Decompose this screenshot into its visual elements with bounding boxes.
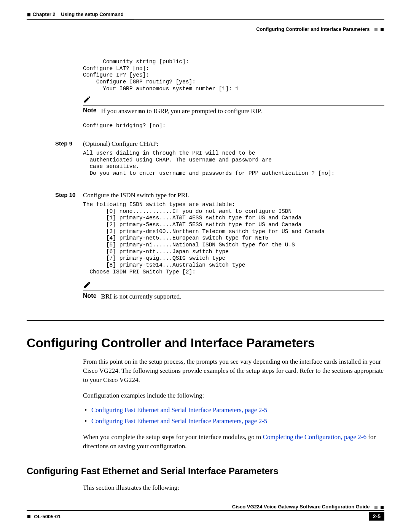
paragraph: From this point on in the setup process,… (83, 357, 384, 384)
header-sub-rule (134, 20, 384, 20)
content-body: Community string [public]: Configure LAT… (27, 59, 384, 492)
heading-2: Configuring Fast Ethernet and Serial Int… (27, 466, 384, 476)
square-marker-icon (27, 13, 30, 16)
page-number: 2-5 (369, 512, 384, 521)
step-text: Configure the ISDN switch type for PRI. (83, 192, 189, 199)
heading-1: Configuring Controller and Interface Par… (27, 336, 384, 350)
page-footer: Cisco VG224 Voice Gateway Software Confi… (27, 504, 384, 521)
chapter-title: Using the setup Command (61, 11, 124, 17)
footer-rule (27, 510, 384, 511)
chapter-label: Chapter 2 (33, 11, 56, 17)
note-block: Note BRI is not currently supported. (83, 281, 384, 301)
footer-doc-id: OL-5005-01 (34, 514, 61, 519)
step-row: Step 10 Configure the ISDN switch type f… (27, 192, 384, 199)
note-text: If you answer no to IGRP, you are prompt… (101, 107, 384, 116)
pencil-icon (83, 281, 94, 291)
page-header: Chapter 2 Using the setup Command Config… (27, 11, 384, 32)
note-text: BRI is not currently supported. (101, 292, 384, 301)
step-label: Step 9 (27, 140, 83, 147)
square-marker-icon (381, 28, 384, 31)
square-marker-icon (374, 506, 378, 509)
step-text: (Optional) Configure CHAP: (83, 140, 158, 148)
bullet-list: Configuring Fast Ethernet and Serial Int… (83, 405, 384, 426)
step-label: Step 10 (27, 192, 83, 198)
header-left: Chapter 2 Using the setup Command (27, 11, 124, 19)
header-right: Configuring Controller and Interface Par… (256, 26, 384, 32)
pencil-icon (83, 95, 94, 105)
footer-doc-title: Cisco VG224 Voice Gateway Software Confi… (232, 504, 370, 510)
section-title: Configuring Controller and Interface Par… (256, 26, 370, 32)
paragraph: When you complete the setup steps for yo… (83, 433, 384, 451)
note-block: Note If you answer no to IGRP, you are p… (83, 95, 384, 116)
code-block: The following ISDN switch types are avai… (27, 201, 384, 276)
square-marker-icon (381, 506, 384, 509)
cross-ref-link[interactable]: Completing the Configuration, page 2-6 (263, 433, 366, 441)
code-block: Configure bridging? [no]: (27, 123, 384, 129)
square-marker-icon (27, 515, 30, 518)
code-block: All users dialing in through the PRI wil… (27, 150, 384, 177)
cross-ref-link[interactable]: Configuring Fast Ethernet and Serial Int… (91, 417, 267, 425)
code-block: Community string [public]: Configure LAT… (27, 59, 384, 92)
cross-ref-link[interactable]: Configuring Fast Ethernet and Serial Int… (91, 406, 267, 414)
note-label: Note (83, 292, 97, 299)
note-label: Note (83, 107, 97, 114)
square-marker-icon (374, 28, 378, 31)
paragraph: Configuration examples include the follo… (83, 391, 384, 400)
list-item: Configuring Fast Ethernet and Serial Int… (91, 416, 384, 426)
section-divider (27, 320, 384, 321)
list-item: Configuring Fast Ethernet and Serial Int… (91, 405, 384, 415)
step-row: Step 9 (Optional) Configure CHAP: (27, 140, 384, 148)
paragraph: This section illustrates the following: (83, 483, 384, 492)
